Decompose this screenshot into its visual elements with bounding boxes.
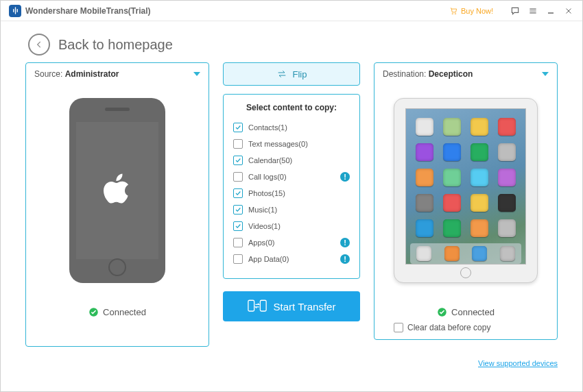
content-checkbox[interactable] xyxy=(233,221,243,231)
app-icon xyxy=(471,194,488,212)
content-item: Apps(0)! xyxy=(232,234,351,251)
info-icon[interactable]: ! xyxy=(340,172,350,182)
content-item: Text messages(0) xyxy=(232,136,351,152)
source-dropdown[interactable]: Source: Administrator xyxy=(26,63,209,85)
middle-panel: Flip Select content to copy: Contacts(1)… xyxy=(223,62,360,347)
start-transfer-button[interactable]: Start Transfer xyxy=(223,291,360,321)
source-status: Connected xyxy=(26,296,209,323)
app-icon xyxy=(500,246,515,261)
app-icon xyxy=(498,219,516,237)
app-icon xyxy=(444,246,460,261)
content-item-label: Music(1) xyxy=(243,206,350,214)
content-item-label: Calendar(50) xyxy=(243,156,350,164)
clear-data-checkbox[interactable] xyxy=(394,323,403,332)
titlebar: Wondershare MobileTrans(Trial) Buy Now! xyxy=(1,1,582,21)
content-checkbox[interactable] xyxy=(233,123,243,132)
app-icon xyxy=(498,169,516,186)
check-circle-icon xyxy=(437,307,447,317)
content-item-label: Text messages(0) xyxy=(243,140,350,148)
buy-now-label: Buy Now! xyxy=(461,7,493,15)
app-icon xyxy=(443,169,461,186)
content-item: Contacts(1) xyxy=(232,119,351,136)
source-name: Administrator xyxy=(65,69,119,79)
flip-button[interactable]: Flip xyxy=(223,62,360,86)
ipad-dock xyxy=(410,243,521,264)
content-checkbox[interactable] xyxy=(233,188,243,198)
destination-panel: Destination: Decepticon Connected Clear … xyxy=(374,62,558,347)
apple-icon xyxy=(101,171,134,210)
destination-dropdown[interactable]: Destination: Decepticon xyxy=(374,63,557,85)
app-icon xyxy=(416,118,433,136)
clear-data-label: Clear data before copy xyxy=(407,323,490,332)
app-icon xyxy=(443,118,461,136)
app-icon xyxy=(416,219,433,237)
buy-now-link[interactable]: Buy Now! xyxy=(449,6,493,16)
content-item: App Data(0)! xyxy=(232,251,351,267)
chevron-down-icon xyxy=(542,72,549,76)
app-icon xyxy=(443,194,461,212)
app-icon xyxy=(498,143,516,161)
svg-rect-3 xyxy=(248,300,254,311)
footer: View supported devices xyxy=(1,347,582,369)
chevron-down-icon xyxy=(193,72,200,76)
content-checkbox[interactable] xyxy=(233,205,243,215)
app-icon xyxy=(472,246,487,261)
content-item-label: Videos(1) xyxy=(243,222,350,230)
check-circle-icon xyxy=(88,307,99,317)
cart-icon xyxy=(449,6,458,16)
content-item: Photos(15) xyxy=(232,185,351,201)
app-icon xyxy=(471,118,488,136)
svg-point-1 xyxy=(455,13,456,14)
content-item-label: Apps(0) xyxy=(243,238,340,247)
info-icon[interactable]: ! xyxy=(340,238,350,247)
content-checkbox[interactable] xyxy=(233,238,243,247)
close-button[interactable] xyxy=(563,5,574,16)
content-checkbox[interactable] xyxy=(233,139,243,149)
app-icon xyxy=(471,219,488,237)
content-title: Select content to copy: xyxy=(232,103,351,119)
svg-point-0 xyxy=(452,13,453,14)
source-panel: Source: Administrator Connected xyxy=(25,62,209,347)
app-icon xyxy=(416,169,433,186)
app-logo xyxy=(9,5,21,17)
destination-device-image xyxy=(374,85,557,296)
content-item: Videos(1) xyxy=(232,218,351,234)
supported-devices-link[interactable]: View supported devices xyxy=(478,359,558,367)
minimize-button[interactable] xyxy=(545,5,556,16)
content-item: Call logs(0)! xyxy=(232,169,351,185)
source-device-image xyxy=(26,85,209,296)
content-list: Select content to copy: Contacts(1)Text … xyxy=(223,94,360,279)
content-checkbox[interactable] xyxy=(233,156,243,165)
info-icon[interactable]: ! xyxy=(340,254,350,264)
content-checkbox[interactable] xyxy=(233,172,243,182)
app-icon xyxy=(471,143,488,161)
app-icon xyxy=(416,194,433,212)
content-item-label: Contacts(1) xyxy=(243,123,350,132)
back-label: Back to homepage xyxy=(58,37,173,53)
app-icon xyxy=(416,143,433,161)
content-item-label: Photos(15) xyxy=(243,189,350,197)
back-button[interactable] xyxy=(28,34,50,56)
feedback-button[interactable] xyxy=(510,5,521,16)
menu-button[interactable] xyxy=(527,5,538,16)
content-item-label: Call logs(0) xyxy=(243,173,340,181)
app-icon xyxy=(443,143,461,161)
swap-icon xyxy=(276,70,287,78)
content-checkbox[interactable] xyxy=(233,254,243,264)
app-title: Wondershare MobileTrans(Trial) xyxy=(25,6,150,16)
app-icon xyxy=(498,118,516,136)
app-icon xyxy=(416,246,431,261)
back-row: Back to homepage xyxy=(1,21,582,62)
svg-rect-4 xyxy=(260,300,266,311)
content-item: Music(1) xyxy=(232,201,351,218)
content-item: Calendar(50) xyxy=(232,152,351,169)
transfer-icon xyxy=(248,299,267,314)
app-icon xyxy=(471,169,488,186)
content-item-label: App Data(0) xyxy=(243,255,340,263)
destination-name: Decepticon xyxy=(429,69,473,79)
app-icon xyxy=(443,219,461,237)
destination-status: Connected xyxy=(374,296,557,323)
app-icon xyxy=(498,194,516,212)
